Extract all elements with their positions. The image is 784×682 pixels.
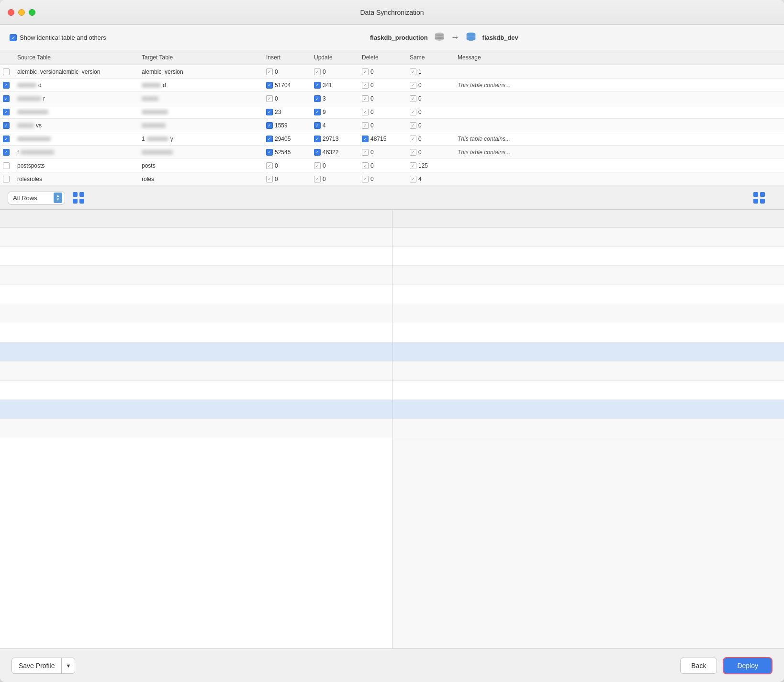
row-checkbox[interactable]: ✓ xyxy=(3,136,10,142)
same-checkbox[interactable]: ✓ xyxy=(410,136,416,142)
insert-cell[interactable]: ✓ 51704 xyxy=(263,80,311,91)
row-checkbox[interactable] xyxy=(3,68,10,75)
delete-checkbox[interactable]: ✓ xyxy=(362,95,369,102)
same-checkbox[interactable]: ✓ xyxy=(410,176,416,182)
update-checkbox[interactable]: ✓ xyxy=(314,109,321,115)
insert-cell[interactable]: ✓ 0 xyxy=(263,67,311,77)
delete-checkbox[interactable]: ✓ xyxy=(362,149,369,156)
update-cell[interactable]: ✓ 0 xyxy=(311,67,359,77)
same-cell[interactable]: ✓ 0 xyxy=(407,120,455,131)
row-checkbox-cell[interactable] xyxy=(0,67,14,77)
insert-checkbox[interactable]: ✓ xyxy=(266,122,273,129)
same-cell[interactable]: ✓ 0 xyxy=(407,147,455,158)
row-checkbox-cell[interactable]: ✓ xyxy=(0,120,14,131)
same-checkbox[interactable]: ✓ xyxy=(410,162,416,169)
row-checkbox-cell[interactable] xyxy=(0,160,14,171)
same-checkbox[interactable]: ✓ xyxy=(410,149,416,156)
row-checkbox[interactable]: ✓ xyxy=(3,149,10,156)
rows-select[interactable]: All Rows Modified Rows New Rows xyxy=(8,192,65,205)
update-checkbox[interactable]: ✓ xyxy=(314,136,321,142)
update-checkbox[interactable]: ✓ xyxy=(314,95,321,102)
row-checkbox[interactable]: ✓ xyxy=(3,109,10,115)
update-cell[interactable]: ✓ 29713 xyxy=(311,134,359,144)
same-cell[interactable]: ✓ 0 xyxy=(407,134,455,144)
row-checkbox[interactable]: ✓ xyxy=(3,82,10,89)
update-cell[interactable]: ✓ 0 xyxy=(311,174,359,184)
save-profile-dropdown-arrow[interactable]: ▼ xyxy=(62,659,75,672)
insert-checkbox[interactable]: ✓ xyxy=(266,176,273,182)
insert-checkbox[interactable]: ✓ xyxy=(266,109,273,115)
row-checkbox-cell[interactable]: ✓ xyxy=(0,147,14,158)
row-checkbox[interactable] xyxy=(3,162,10,169)
same-checkbox[interactable]: ✓ xyxy=(410,122,416,129)
insert-cell[interactable]: ✓ 0 xyxy=(263,174,311,184)
delete-cell[interactable]: ✓ 0 xyxy=(359,120,407,131)
row-checkbox[interactable]: ✓ xyxy=(3,95,10,102)
update-checkbox[interactable]: ✓ xyxy=(314,122,321,129)
insert-cell[interactable]: ✓ 29405 xyxy=(263,134,311,144)
back-button[interactable]: Back xyxy=(680,658,717,674)
delete-checkbox[interactable]: ✓ xyxy=(362,122,369,129)
delete-cell[interactable]: ✓ 0 xyxy=(359,93,407,104)
update-checkbox[interactable]: ✓ xyxy=(314,162,321,169)
same-checkbox[interactable]: ✓ xyxy=(410,82,416,89)
delete-checkbox[interactable]: ✓ xyxy=(362,68,369,75)
delete-cell[interactable]: ✓ 0 xyxy=(359,80,407,91)
insert-checkbox[interactable]: ✓ xyxy=(266,95,273,102)
update-cell[interactable]: ✓ 46322 xyxy=(311,147,359,158)
maximize-button[interactable] xyxy=(29,9,35,16)
row-checkbox-cell[interactable]: ✓ xyxy=(0,107,14,117)
insert-checkbox[interactable]: ✓ xyxy=(266,162,273,169)
delete-cell[interactable]: ✓ 48715 xyxy=(359,134,407,144)
show-identical-checkbox[interactable]: ✓ xyxy=(10,34,17,41)
delete-cell[interactable]: ✓ 0 xyxy=(359,107,407,117)
delete-cell[interactable]: ✓ 0 xyxy=(359,147,407,158)
row-checkbox-cell[interactable] xyxy=(0,174,14,184)
same-cell[interactable]: ✓ 0 xyxy=(407,107,455,117)
insert-cell[interactable]: ✓ 0 xyxy=(263,160,311,171)
row-checkbox[interactable] xyxy=(3,176,10,182)
insert-cell[interactable]: ✓ 52545 xyxy=(263,147,311,158)
close-button[interactable] xyxy=(8,9,14,16)
right-grid-icon[interactable] xyxy=(751,190,767,205)
same-checkbox[interactable]: ✓ xyxy=(410,95,416,102)
update-checkbox[interactable]: ✓ xyxy=(314,176,321,182)
update-cell[interactable]: ✓ 0 xyxy=(311,160,359,171)
row-checkbox-cell[interactable]: ✓ xyxy=(0,93,14,104)
insert-checkbox[interactable]: ✓ xyxy=(266,149,273,156)
update-checkbox[interactable]: ✓ xyxy=(314,68,321,75)
delete-cell[interactable]: ✓ 0 xyxy=(359,174,407,184)
delete-cell[interactable]: ✓ 0 xyxy=(359,160,407,171)
insert-cell[interactable]: ✓ 23 xyxy=(263,107,311,117)
update-checkbox[interactable]: ✓ xyxy=(314,149,321,156)
minimize-button[interactable] xyxy=(18,9,25,16)
row-checkbox-cell[interactable]: ✓ xyxy=(0,134,14,144)
update-cell[interactable]: ✓ 3 xyxy=(311,93,359,104)
insert-cell[interactable]: ✓ 1559 xyxy=(263,120,311,131)
same-cell[interactable]: ✓ 4 xyxy=(407,174,455,184)
insert-cell[interactable]: ✓ 0 xyxy=(263,93,311,104)
save-profile-button[interactable]: Save Profile ▼ xyxy=(11,658,75,674)
same-cell[interactable]: ✓ 125 xyxy=(407,160,455,171)
delete-checkbox[interactable]: ✓ xyxy=(362,176,369,182)
update-cell[interactable]: ✓ 9 xyxy=(311,107,359,117)
insert-checkbox[interactable]: ✓ xyxy=(266,136,273,142)
row-checkbox-cell[interactable]: ✓ xyxy=(0,80,14,91)
delete-checkbox[interactable]: ✓ xyxy=(362,82,369,89)
delete-cell[interactable]: ✓ 0 xyxy=(359,67,407,77)
delete-checkbox[interactable]: ✓ xyxy=(362,136,369,142)
insert-checkbox[interactable]: ✓ xyxy=(266,68,273,75)
update-checkbox[interactable]: ✓ xyxy=(314,82,321,89)
deploy-button[interactable]: Deploy xyxy=(723,657,773,674)
same-checkbox[interactable]: ✓ xyxy=(410,109,416,115)
show-identical-label[interactable]: ✓ Show identical table and others xyxy=(10,34,106,41)
same-cell[interactable]: ✓ 0 xyxy=(407,93,455,104)
same-checkbox[interactable]: ✓ xyxy=(410,68,416,75)
same-cell[interactable]: ✓ 1 xyxy=(407,67,455,77)
same-cell[interactable]: ✓ 0 xyxy=(407,80,455,91)
insert-checkbox[interactable]: ✓ xyxy=(266,82,273,89)
update-cell[interactable]: ✓ 341 xyxy=(311,80,359,91)
delete-checkbox[interactable]: ✓ xyxy=(362,162,369,169)
row-checkbox[interactable]: ✓ xyxy=(3,122,10,129)
update-cell[interactable]: ✓ 4 xyxy=(311,120,359,131)
